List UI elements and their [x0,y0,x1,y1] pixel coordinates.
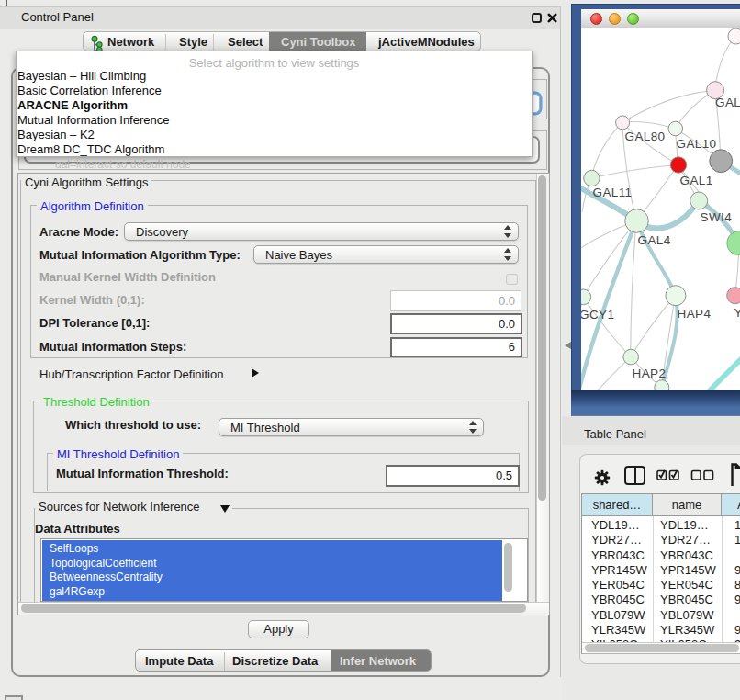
svg-text:HAP2: HAP2 [633,367,667,380]
svg-text:SWI4: SWI4 [701,210,733,224]
svg-text:GAL10: GAL10 [677,137,717,151]
svg-text:GCY1: GCY1 [581,308,614,322]
svg-text:GAL7: GAL7 [715,96,740,109]
svg-text:Y: Y [734,306,740,320]
svg-text:GAL1: GAL1 [680,174,713,187]
svg-text:GAL11: GAL11 [593,186,633,199]
svg-text:HAP4: HAP4 [678,307,712,321]
svg-text:GAL80: GAL80 [625,130,666,143]
svg-text:GAL4: GAL4 [638,233,671,247]
